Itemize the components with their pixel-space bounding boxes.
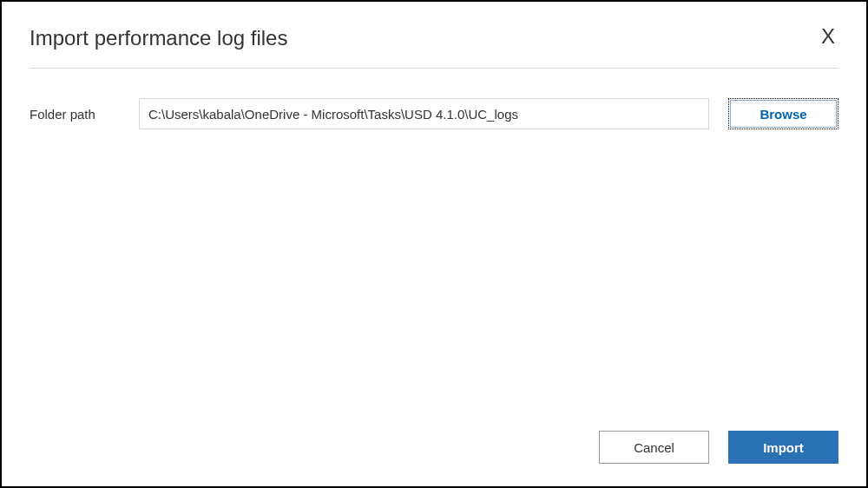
folder-path-label: Folder path [30, 107, 139, 122]
import-button[interactable]: Import [728, 431, 838, 464]
dialog-header: Import performance log files X [30, 26, 838, 50]
folder-path-input[interactable] [139, 98, 709, 129]
folder-path-row: Folder path Browse [30, 98, 838, 129]
browse-button[interactable]: Browse [728, 98, 838, 129]
dialog-title: Import performance log files [30, 26, 287, 50]
header-divider [30, 68, 838, 69]
dialog-footer: Cancel Import [599, 431, 838, 464]
import-dialog: Import performance log files X Folder pa… [0, 0, 868, 488]
close-icon[interactable]: X [818, 26, 838, 47]
cancel-button[interactable]: Cancel [599, 431, 709, 464]
